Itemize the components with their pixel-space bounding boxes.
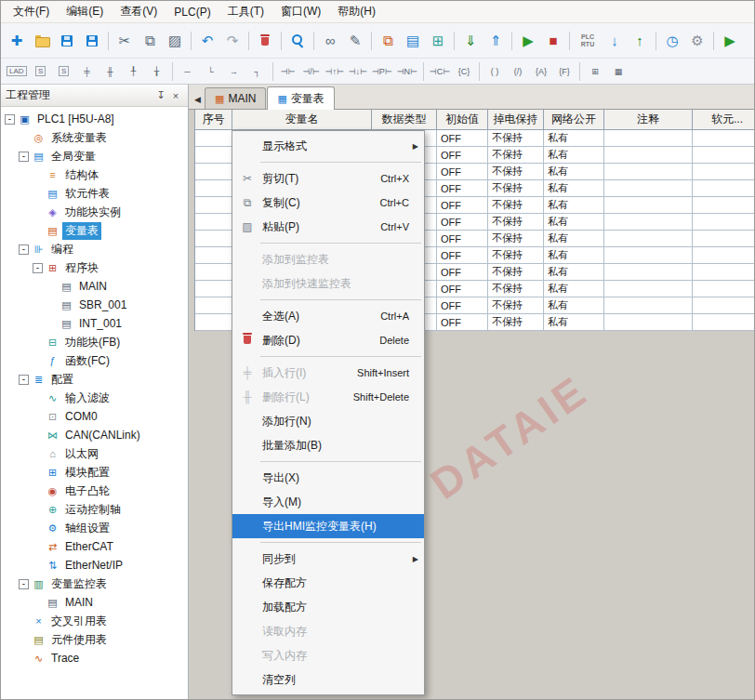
cell-device[interactable] <box>693 130 754 147</box>
cell-device[interactable] <box>693 164 754 180</box>
menu-item-copy[interactable]: ⧉复制(C)Ctrl+C <box>232 191 424 215</box>
menu-item-paste[interactable]: ▨粘贴(P)Ctrl+V <box>232 215 424 239</box>
menu-item-import[interactable]: 导入(M) <box>232 490 424 514</box>
cell-device[interactable] <box>693 314 754 331</box>
time-sync-button[interactable]: ◷ <box>660 29 684 53</box>
collapse-icon[interactable]: - <box>19 244 29 255</box>
menu-item-sync-to[interactable]: 同步到▶ <box>232 547 424 571</box>
new-project-button[interactable]: ✚ <box>5 29 29 53</box>
cell-retain[interactable]: 不保持 <box>488 314 544 331</box>
cell-device[interactable] <box>693 264 754 281</box>
cell-retain[interactable]: 不保持 <box>488 164 544 180</box>
cell-network[interactable]: 私有 <box>544 180 604 197</box>
tree-item-watch-tables[interactable]: -▥变量监控表 <box>1 575 188 593</box>
tree-item-system-var-table[interactable]: ◎系统变量表 <box>1 128 188 147</box>
cell-network[interactable]: 私有 <box>544 314 604 331</box>
tree-item-fb-instance[interactable]: ◈功能块实例 <box>1 203 188 221</box>
tree-item-program-blocks[interactable]: -⊞程序块 <box>1 258 188 277</box>
tree-item-motion-axis[interactable]: ⊕运动控制轴 <box>1 500 188 519</box>
collapse-icon[interactable]: - <box>19 375 29 385</box>
redo-button[interactable]: ↷ <box>220 29 245 53</box>
tree-item-function-blocks[interactable]: ⊟功能块(FB) <box>1 333 188 351</box>
menubar-item-6[interactable]: 帮助(H) <box>329 1 384 22</box>
pin-icon[interactable]: ↧ <box>153 89 168 101</box>
menu-item-select-all[interactable]: 全选(A)Ctrl+A <box>232 304 424 328</box>
cell-network[interactable]: 私有 <box>544 147 604 164</box>
cell-network[interactable]: 私有 <box>544 197 604 214</box>
p-contact-button[interactable]: ⊣P⊢ <box>370 61 394 82</box>
cell-initial[interactable]: OFF <box>437 197 488 214</box>
draw-line-button[interactable]: ─ <box>177 61 199 82</box>
cell-comment[interactable] <box>604 314 693 331</box>
cell-initial[interactable]: OFF <box>437 297 488 314</box>
column-header-initial[interactable]: 初始值 <box>437 110 488 130</box>
download-to-plc-button[interactable]: ⇓ <box>458 29 483 53</box>
menu-item-add-row[interactable]: 添加行(N) <box>232 409 424 433</box>
cell-comment[interactable] <box>604 297 693 314</box>
column-header-datatype[interactable]: 数据类型 <box>372 110 437 130</box>
cell-device[interactable] <box>693 197 754 214</box>
simulate-run-button[interactable]: ▶ <box>718 29 742 53</box>
tree-item-input-filter[interactable]: ∿输入滤波 <box>1 389 188 407</box>
tree-item-watch-main[interactable]: ▤MAIN <box>1 593 188 612</box>
tree-item-ethercat[interactable]: ⇄EtherCAT <box>1 537 188 556</box>
cell-comment[interactable] <box>604 180 693 197</box>
tree-item-device-usage[interactable]: ▤元件使用表 <box>1 630 188 649</box>
tools-config-button[interactable]: ⚙ <box>685 29 709 53</box>
cell-initial[interactable]: OFF <box>437 147 488 164</box>
tree-item-var-table[interactable]: ▤变量表 <box>1 221 188 240</box>
cell-index[interactable] <box>195 231 232 247</box>
menu-item-read-memory[interactable]: 读取内存 <box>232 619 424 643</box>
cell-index[interactable] <box>195 281 232 297</box>
grid-view-button[interactable]: ⊞ <box>584 61 606 82</box>
cell-initial[interactable]: OFF <box>437 247 488 264</box>
cell-initial[interactable]: OFF <box>437 130 488 147</box>
cell-network[interactable]: 私有 <box>544 231 604 247</box>
column-header-retain[interactable]: 掉电保持 <box>488 110 544 130</box>
cell-initial[interactable]: OFF <box>437 314 488 331</box>
ladder-view-button[interactable]: ⧉ <box>376 29 400 53</box>
menubar-item-0[interactable]: 文件(F) <box>5 1 58 22</box>
lad-mode-button[interactable]: LAD <box>5 61 29 82</box>
column-header-comment[interactable]: 注释 <box>604 110 693 130</box>
cell-initial[interactable]: OFF <box>437 214 488 231</box>
save-button[interactable] <box>55 29 79 53</box>
cell-device[interactable] <box>693 281 754 297</box>
collapse-icon[interactable]: - <box>19 152 29 162</box>
cell-initial[interactable]: OFF <box>437 180 488 197</box>
tab-main[interactable]: ▦MAIN <box>205 87 266 109</box>
cell-comment[interactable] <box>604 247 693 264</box>
falling-contact-button[interactable]: ⊣↓⊢ <box>347 61 369 82</box>
menu-item-cut[interactable]: ✂剪切(T)Ctrl+X <box>232 166 424 191</box>
cell-initial[interactable]: OFF <box>437 164 488 180</box>
column-header-network[interactable]: 网络公开 <box>544 110 604 130</box>
tree-item-cross-ref[interactable]: ×交叉引用表 <box>1 612 188 630</box>
run-button[interactable]: ▶ <box>516 29 540 53</box>
n-contact-button[interactable]: ⊣N⊢ <box>395 61 419 82</box>
tree-item-can-link[interactable]: ⋈CAN(CANLink) <box>1 426 188 444</box>
cell-comment[interactable] <box>604 264 693 281</box>
cell-network[interactable]: 私有 <box>544 130 604 147</box>
tree-item-config[interactable]: -≣配置 <box>1 370 188 389</box>
draw-corner-button[interactable]: └ <box>200 61 222 82</box>
rising-contact-button[interactable]: ⊣↑⊢ <box>324 61 346 82</box>
stop-button[interactable]: ■ <box>541 29 565 53</box>
cell-index[interactable] <box>195 214 232 231</box>
undo-button[interactable]: ↶ <box>195 29 219 53</box>
upload-compare-button[interactable]: ↑ <box>628 29 652 53</box>
branch-line-button[interactable]: ┐ <box>246 61 269 82</box>
tree-item-programming[interactable]: -⊪编程 <box>1 240 188 258</box>
tree-item-struct[interactable]: ≡结构体 <box>1 165 188 184</box>
menubar-item-5[interactable]: 窗口(W) <box>272 1 329 22</box>
cell-retain[interactable]: 不保持 <box>488 130 544 147</box>
download-compare-button[interactable]: ↓ <box>603 29 627 53</box>
open-project-button[interactable] <box>30 29 54 53</box>
copy-button[interactable]: ⧉ <box>138 29 162 53</box>
cell-index[interactable] <box>195 130 232 147</box>
menu-item-save-recipe[interactable]: 保存配方 <box>232 571 424 595</box>
cell-network[interactable]: 私有 <box>544 214 604 231</box>
menubar-item-3[interactable]: PLC(P) <box>166 3 219 21</box>
menu-item-add-to-watch[interactable]: 添加到监控表 <box>232 247 424 271</box>
menu-item-delete[interactable]: 删除(D)Delete <box>232 328 424 352</box>
cell-device[interactable] <box>693 214 754 231</box>
